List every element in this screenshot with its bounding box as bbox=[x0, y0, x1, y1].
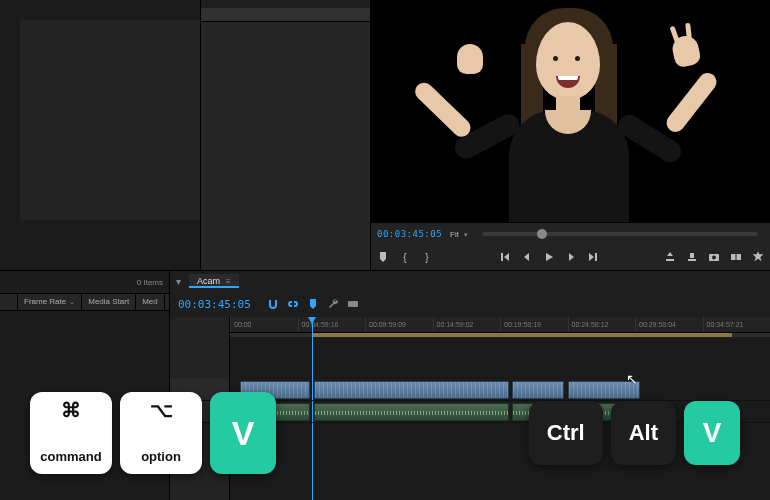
add-marker-button[interactable] bbox=[377, 251, 389, 263]
zoom-fit-label: Fit bbox=[450, 230, 459, 239]
mouse-cursor-icon: ↖ bbox=[626, 371, 638, 387]
effects-controls-panel bbox=[200, 0, 370, 270]
project-col-mediastart[interactable]: Media Start bbox=[82, 294, 136, 310]
timeline-caption-toggle[interactable] bbox=[345, 296, 361, 312]
step-back-button[interactable] bbox=[521, 251, 533, 263]
chevron-down-icon: ▾ bbox=[464, 231, 468, 238]
timeline-toolbar: 00:03:45:05 bbox=[170, 291, 770, 317]
lift-button[interactable] bbox=[664, 251, 676, 263]
project-col-icon[interactable] bbox=[0, 294, 18, 310]
sequence-tab-label: Acam bbox=[197, 276, 220, 286]
ruler-tick: 00:14:59:02 bbox=[433, 317, 501, 332]
video-clip[interactable] bbox=[512, 381, 564, 399]
svg-rect-2 bbox=[731, 254, 736, 260]
effects-controls-header bbox=[201, 8, 370, 22]
audio-clip[interactable] bbox=[240, 403, 310, 421]
ruler-tick: 00:19:58:19 bbox=[500, 317, 568, 332]
timeline-display-settings-icon[interactable]: ▾ bbox=[176, 276, 181, 287]
go-to-in-button[interactable] bbox=[499, 251, 511, 263]
audio-clip[interactable] bbox=[314, 403, 509, 421]
project-col-framerate[interactable]: Frame Rate⌄ bbox=[18, 294, 82, 310]
timeline-panel: ▾ Acam ≡ 00:03:45:05 00:0000:04:59:1600:… bbox=[170, 270, 770, 500]
snap-toggle[interactable] bbox=[265, 296, 281, 312]
play-button[interactable] bbox=[543, 251, 555, 263]
go-to-out-button[interactable] bbox=[587, 251, 599, 263]
step-forward-button[interactable] bbox=[565, 251, 577, 263]
track-headers[interactable] bbox=[170, 317, 230, 500]
timeline-timecode[interactable]: 00:03:45:05 bbox=[178, 298, 251, 311]
svg-point-1 bbox=[712, 256, 716, 260]
audio-clip[interactable] bbox=[512, 403, 564, 421]
effects-controls-body[interactable] bbox=[201, 22, 370, 270]
sequence-tab-menu-icon[interactable]: ≡ bbox=[226, 277, 231, 286]
program-timecode[interactable]: 00:03:45:05 bbox=[377, 229, 442, 239]
zoom-fit-dropdown[interactable]: Fit ▾ bbox=[450, 229, 467, 239]
add-marker-toolbar[interactable] bbox=[305, 296, 321, 312]
track-header-a1[interactable] bbox=[170, 401, 229, 423]
project-col-med[interactable]: Med bbox=[136, 294, 165, 310]
project-panel: 0 Items Frame Rate⌄ Media Start Med bbox=[0, 270, 170, 500]
video-frame-content bbox=[421, 2, 721, 222]
mark-out-button[interactable]: } bbox=[421, 251, 433, 263]
project-item-count: 0 Items bbox=[137, 278, 163, 287]
audio-clip[interactable] bbox=[568, 403, 640, 421]
source-monitor-panel bbox=[0, 0, 370, 270]
program-scrub-handle[interactable] bbox=[537, 229, 547, 239]
program-scrub-bar[interactable] bbox=[482, 232, 758, 236]
extract-button[interactable] bbox=[686, 251, 698, 263]
video-track-1[interactable] bbox=[230, 379, 770, 401]
ruler-tick: 00:09:59:09 bbox=[365, 317, 433, 332]
program-monitor-viewport[interactable] bbox=[371, 0, 770, 222]
video-clip[interactable] bbox=[314, 381, 509, 399]
mark-in-button[interactable]: { bbox=[399, 251, 411, 263]
track-header-v1[interactable] bbox=[170, 379, 229, 401]
svg-rect-3 bbox=[737, 254, 742, 260]
video-clip[interactable] bbox=[240, 381, 310, 399]
svg-rect-4 bbox=[348, 301, 358, 307]
ruler-tick: 00:00 bbox=[230, 317, 298, 332]
project-bin-body[interactable] bbox=[0, 311, 169, 500]
program-monitor-panel: 00:03:45:05 Fit ▾ { } bbox=[370, 0, 770, 270]
settings-button[interactable] bbox=[752, 251, 764, 263]
work-area-bar[interactable] bbox=[230, 333, 770, 337]
export-frame-button[interactable] bbox=[708, 251, 720, 263]
source-monitor-viewport[interactable] bbox=[20, 20, 200, 220]
project-columns-header[interactable]: Frame Rate⌄ Media Start Med bbox=[0, 293, 169, 311]
sort-caret-icon: ⌄ bbox=[69, 298, 75, 305]
program-monitor-controls: 00:03:45:05 Fit ▾ { } bbox=[371, 222, 770, 270]
ruler-tick: 00:24:58:12 bbox=[568, 317, 636, 332]
timeline-track-area[interactable]: 00:0000:04:59:1600:09:59:0900:14:59:0200… bbox=[230, 317, 770, 500]
comparison-view-button[interactable] bbox=[730, 251, 742, 263]
linked-selection-toggle[interactable] bbox=[285, 296, 301, 312]
ruler-tick: 00:34:57:21 bbox=[703, 317, 771, 332]
timeline-settings-wrench-icon[interactable] bbox=[325, 296, 341, 312]
sequence-tab[interactable]: Acam ≡ bbox=[189, 274, 239, 288]
ruler-tick: 00:29:58:04 bbox=[635, 317, 703, 332]
audio-track-1[interactable] bbox=[230, 401, 770, 423]
